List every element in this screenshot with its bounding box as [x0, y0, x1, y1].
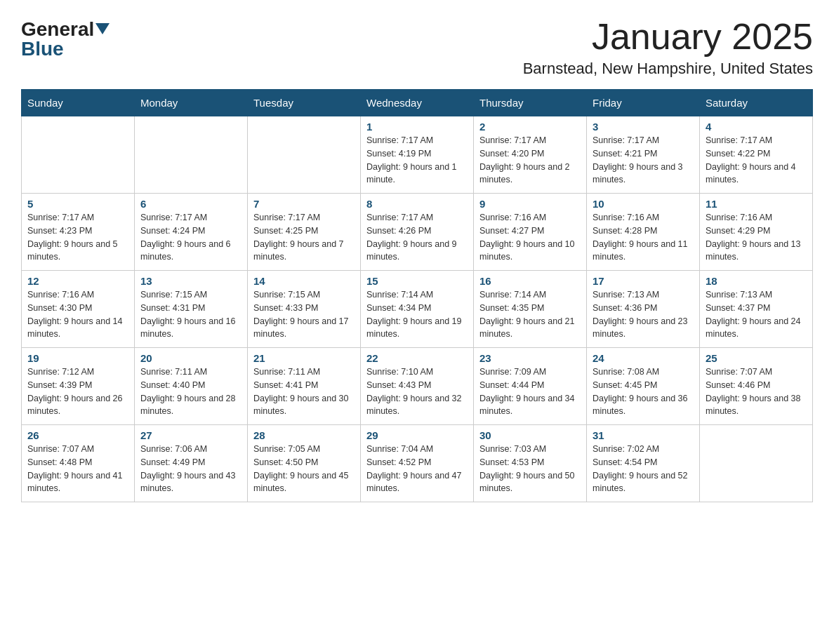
day-info: Sunrise: 7:12 AMSunset: 4:39 PMDaylight:…	[27, 365, 128, 418]
day-number: 3	[593, 121, 694, 133]
day-number: 5	[27, 198, 128, 210]
day-number: 14	[253, 275, 355, 287]
calendar-cell: 7Sunrise: 7:17 AMSunset: 4:25 PMDaylight…	[248, 194, 361, 271]
calendar-cell: 10Sunrise: 7:16 AMSunset: 4:28 PMDayligh…	[587, 194, 700, 271]
logo-triangle-icon	[95, 23, 110, 34]
day-info: Sunrise: 7:13 AMSunset: 4:36 PMDaylight:…	[593, 288, 694, 341]
calendar-cell	[135, 116, 248, 194]
calendar-cell: 6Sunrise: 7:17 AMSunset: 4:24 PMDaylight…	[135, 194, 248, 271]
week-row-3: 12Sunrise: 7:16 AMSunset: 4:30 PMDayligh…	[22, 271, 813, 348]
day-info: Sunrise: 7:16 AMSunset: 4:28 PMDaylight:…	[593, 211, 694, 264]
calendar-table: SundayMondayTuesdayWednesdayThursdayFrid…	[21, 89, 813, 502]
day-info: Sunrise: 7:08 AMSunset: 4:45 PMDaylight:…	[593, 365, 694, 418]
day-number: 2	[479, 121, 581, 133]
calendar-cell	[248, 116, 361, 194]
calendar-header-thursday: Thursday	[474, 90, 587, 116]
day-number: 23	[479, 352, 581, 364]
calendar-cell: 29Sunrise: 7:04 AMSunset: 4:52 PMDayligh…	[361, 425, 474, 502]
calendar-cell: 31Sunrise: 7:02 AMSunset: 4:54 PMDayligh…	[587, 425, 700, 502]
calendar-cell: 18Sunrise: 7:13 AMSunset: 4:37 PMDayligh…	[700, 271, 813, 348]
day-number: 12	[27, 275, 128, 287]
calendar-cell: 21Sunrise: 7:11 AMSunset: 4:41 PMDayligh…	[248, 348, 361, 425]
calendar-cell: 12Sunrise: 7:16 AMSunset: 4:30 PMDayligh…	[22, 271, 135, 348]
day-info: Sunrise: 7:16 AMSunset: 4:29 PMDaylight:…	[706, 211, 807, 264]
calendar-cell: 16Sunrise: 7:14 AMSunset: 4:35 PMDayligh…	[474, 271, 587, 348]
day-number: 24	[593, 352, 694, 364]
day-number: 28	[253, 429, 355, 441]
calendar-header-row: SundayMondayTuesdayWednesdayThursdayFrid…	[22, 90, 813, 116]
calendar-cell: 25Sunrise: 7:07 AMSunset: 4:46 PMDayligh…	[700, 348, 813, 425]
calendar-cell: 5Sunrise: 7:17 AMSunset: 4:23 PMDaylight…	[22, 194, 135, 271]
calendar-cell: 14Sunrise: 7:15 AMSunset: 4:33 PMDayligh…	[248, 271, 361, 348]
logo-blue-text: Blue	[21, 39, 64, 59]
calendar-header-tuesday: Tuesday	[248, 90, 361, 116]
calendar-cell: 27Sunrise: 7:06 AMSunset: 4:49 PMDayligh…	[135, 425, 248, 502]
calendar-cell: 26Sunrise: 7:07 AMSunset: 4:48 PMDayligh…	[22, 425, 135, 502]
calendar-cell	[22, 116, 135, 194]
day-info: Sunrise: 7:17 AMSunset: 4:21 PMDaylight:…	[593, 134, 694, 187]
week-row-2: 5Sunrise: 7:17 AMSunset: 4:23 PMDaylight…	[22, 194, 813, 271]
day-info: Sunrise: 7:15 AMSunset: 4:33 PMDaylight:…	[253, 288, 355, 341]
day-info: Sunrise: 7:17 AMSunset: 4:24 PMDaylight:…	[140, 211, 241, 264]
day-info: Sunrise: 7:14 AMSunset: 4:35 PMDaylight:…	[479, 288, 581, 341]
day-info: Sunrise: 7:17 AMSunset: 4:26 PMDaylight:…	[366, 211, 468, 264]
calendar-header-saturday: Saturday	[700, 90, 813, 116]
day-number: 6	[140, 198, 241, 210]
day-info: Sunrise: 7:07 AMSunset: 4:48 PMDaylight:…	[27, 443, 128, 495]
title-block: January 2025 Barnstead, New Hampshire, U…	[523, 17, 813, 78]
calendar-cell: 11Sunrise: 7:16 AMSunset: 4:29 PMDayligh…	[700, 194, 813, 271]
page-subtitle: Barnstead, New Hampshire, United States	[523, 60, 813, 78]
day-info: Sunrise: 7:16 AMSunset: 4:27 PMDaylight:…	[479, 211, 581, 264]
day-info: Sunrise: 7:11 AMSunset: 4:40 PMDaylight:…	[140, 365, 241, 418]
calendar-cell: 15Sunrise: 7:14 AMSunset: 4:34 PMDayligh…	[361, 271, 474, 348]
day-number: 16	[479, 275, 581, 287]
day-number: 29	[366, 429, 468, 441]
page-header: General Blue January 2025 Barnstead, New…	[21, 17, 813, 78]
logo-general: General	[21, 20, 110, 39]
day-info: Sunrise: 7:17 AMSunset: 4:23 PMDaylight:…	[27, 211, 128, 264]
day-info: Sunrise: 7:15 AMSunset: 4:31 PMDaylight:…	[140, 288, 241, 341]
day-info: Sunrise: 7:17 AMSunset: 4:19 PMDaylight:…	[366, 134, 468, 187]
calendar-cell: 13Sunrise: 7:15 AMSunset: 4:31 PMDayligh…	[135, 271, 248, 348]
calendar-cell	[700, 425, 813, 502]
calendar-cell: 17Sunrise: 7:13 AMSunset: 4:36 PMDayligh…	[587, 271, 700, 348]
day-number: 7	[253, 198, 355, 210]
calendar-cell: 3Sunrise: 7:17 AMSunset: 4:21 PMDaylight…	[587, 116, 700, 194]
day-number: 17	[593, 275, 694, 287]
day-info: Sunrise: 7:17 AMSunset: 4:25 PMDaylight:…	[253, 211, 355, 264]
calendar-cell: 8Sunrise: 7:17 AMSunset: 4:26 PMDaylight…	[361, 194, 474, 271]
day-number: 25	[706, 352, 807, 364]
day-info: Sunrise: 7:09 AMSunset: 4:44 PMDaylight:…	[479, 365, 581, 418]
day-info: Sunrise: 7:17 AMSunset: 4:20 PMDaylight:…	[479, 134, 581, 187]
calendar-cell: 24Sunrise: 7:08 AMSunset: 4:45 PMDayligh…	[587, 348, 700, 425]
calendar-cell: 9Sunrise: 7:16 AMSunset: 4:27 PMDaylight…	[474, 194, 587, 271]
week-row-1: 1Sunrise: 7:17 AMSunset: 4:19 PMDaylight…	[22, 116, 813, 194]
week-row-4: 19Sunrise: 7:12 AMSunset: 4:39 PMDayligh…	[22, 348, 813, 425]
page-title: January 2025	[523, 17, 813, 57]
calendar-header-wednesday: Wednesday	[361, 90, 474, 116]
calendar-cell: 23Sunrise: 7:09 AMSunset: 4:44 PMDayligh…	[474, 348, 587, 425]
calendar-cell: 19Sunrise: 7:12 AMSunset: 4:39 PMDayligh…	[22, 348, 135, 425]
day-number: 1	[366, 121, 468, 133]
day-info: Sunrise: 7:13 AMSunset: 4:37 PMDaylight:…	[706, 288, 807, 341]
logo: General Blue	[21, 20, 110, 59]
day-number: 22	[366, 352, 468, 364]
calendar-header-friday: Friday	[587, 90, 700, 116]
day-info: Sunrise: 7:11 AMSunset: 4:41 PMDaylight:…	[253, 365, 355, 418]
calendar-cell: 30Sunrise: 7:03 AMSunset: 4:53 PMDayligh…	[474, 425, 587, 502]
calendar-header-sunday: Sunday	[22, 90, 135, 116]
day-info: Sunrise: 7:06 AMSunset: 4:49 PMDaylight:…	[140, 443, 241, 495]
day-number: 15	[366, 275, 468, 287]
day-info: Sunrise: 7:14 AMSunset: 4:34 PMDaylight:…	[366, 288, 468, 341]
calendar-cell: 2Sunrise: 7:17 AMSunset: 4:20 PMDaylight…	[474, 116, 587, 194]
day-number: 9	[479, 198, 581, 210]
calendar-header-monday: Monday	[135, 90, 248, 116]
day-info: Sunrise: 7:03 AMSunset: 4:53 PMDaylight:…	[479, 443, 581, 495]
calendar-cell: 28Sunrise: 7:05 AMSunset: 4:50 PMDayligh…	[248, 425, 361, 502]
day-number: 19	[27, 352, 128, 364]
day-number: 11	[706, 198, 807, 210]
day-number: 4	[706, 121, 807, 133]
day-number: 8	[366, 198, 468, 210]
day-info: Sunrise: 7:17 AMSunset: 4:22 PMDaylight:…	[706, 134, 807, 187]
logo-general-text: General	[21, 20, 94, 39]
